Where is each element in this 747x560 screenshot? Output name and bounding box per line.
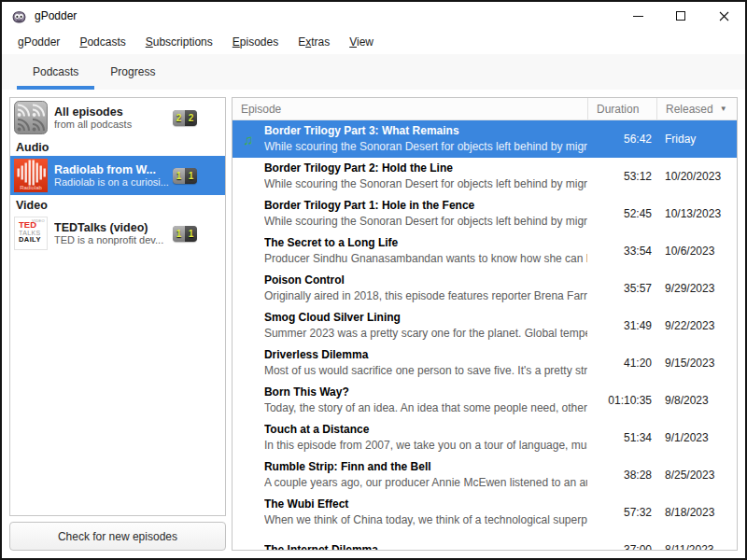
episode-description: Originally aired in 2018, this episode f… [264, 288, 587, 304]
episode-title: Rumble Strip: Finn and the Bell [264, 459, 587, 475]
podcast-subtitle: TED is a nonprofit dev... [54, 234, 169, 245]
menu-episodes[interactable]: Episodes [226, 32, 285, 52]
podcast-title: All episodes [54, 105, 169, 119]
menu-gpodder[interactable]: gPodder [11, 32, 66, 52]
episode-released: 10/6/2023 [656, 245, 737, 258]
episode-title: Poison Control [264, 273, 587, 288]
column-header-released-label: Released [666, 103, 713, 116]
episode-count-badge: 11 [173, 226, 197, 242]
menu-subscriptions[interactable]: Subscriptions [139, 32, 219, 52]
episode-description: While scouring the Sonoran Desert for ob… [264, 176, 587, 192]
podcast-subtitle: from all podcasts [54, 119, 169, 130]
menu-podcasts[interactable]: Podcasts [73, 32, 132, 52]
podcast-subtitle: Radiolab is on a curiosi... [54, 176, 169, 188]
podcast-text: All episodesfrom all podcasts [54, 105, 169, 130]
episode-duration: 01:10:35 [587, 394, 656, 407]
episode-description: A couple years ago, our producer Annie M… [264, 475, 587, 491]
episode-duration: 38:28 [587, 469, 656, 482]
episode-duration: 35:57 [587, 282, 656, 295]
episode-text: Smog Cloud Silver LiningSummer 2023 was … [264, 310, 587, 342]
episode-released: 9/15/2023 [656, 357, 737, 370]
menu-extras[interactable]: Extras [291, 32, 336, 52]
episode-row[interactable]: Poison ControlOriginally aired in 2018, … [233, 270, 737, 307]
episode-row[interactable]: Border Trilogy Part 1: Hole in the Fence… [233, 195, 737, 232]
check-for-new-episodes-button[interactable]: Check for new episodes [9, 522, 226, 551]
episode-title: The Internet Dilemma [264, 542, 587, 551]
menu-view[interactable]: View [343, 32, 380, 52]
episode-description: While scouring the Sonoran Desert for ob… [264, 214, 587, 230]
episode-text: The Internet Dilemma [264, 542, 587, 551]
episode-text: Border Trilogy Part 3: What RemainsWhile… [264, 123, 587, 155]
ted-icon-line: DAILY [19, 236, 47, 244]
episode-released: 9/8/2023 [656, 394, 737, 407]
episode-title: Born This Way? [264, 385, 587, 400]
episode-description: Most of us would sacrifice one person to… [264, 363, 587, 379]
episode-title: Border Trilogy Part 2: Hold the Line [264, 161, 587, 176]
sidebar-item-tedtalks-video[interactable]: VIDEOTEDTALKSDAILYTEDTalks (video)TED is… [10, 214, 225, 253]
tab-progress[interactable]: Progress [94, 54, 171, 90]
episode-text: Touch at a DistanceIn this episode from … [264, 422, 587, 454]
episode-text: The Wubi EffectWhen we think of China to… [264, 497, 587, 528]
episode-title: Driverless Dilemma [264, 347, 587, 363]
episode-text: Born This Way?Today, the story of an ide… [264, 385, 587, 416]
episode-row[interactable]: The Secret to a Long LifeProducer Sindhu… [233, 232, 737, 270]
episode-released: 8/11/2023 [656, 543, 737, 550]
episode-duration: 37:00 [587, 543, 656, 550]
episode-count-badge: 22 [173, 110, 197, 126]
episode-row[interactable]: Smog Cloud Silver LiningSummer 2023 was … [233, 307, 737, 344]
episode-released: Friday [656, 133, 737, 146]
episode-released: 9/22/2023 [656, 319, 737, 332]
downloaded-count: 1 [185, 226, 197, 242]
window-title: gPodder [35, 9, 77, 22]
episode-text: Rumble Strip: Finn and the BellA couple … [264, 459, 587, 491]
main-content: All episodesfrom all podcasts22AudioRadi… [2, 90, 745, 558]
episode-row[interactable]: Border Trilogy Part 2: Hold the LineWhil… [233, 158, 737, 195]
episode-text: The Secret to a Long LifeProducer Sindhu… [264, 235, 587, 267]
podcast-text: TEDTalks (video)TED is a nonprofit dev..… [54, 221, 169, 245]
sidebar-item-all-episodes[interactable]: All episodesfrom all podcasts22 [10, 98, 225, 137]
episode-title: The Wubi Effect [264, 497, 587, 512]
column-header-released[interactable]: Released ▼ [656, 98, 737, 119]
episode-duration: 52:45 [587, 207, 656, 220]
podcast-title: Radiolab from W... [54, 163, 169, 176]
column-header-episode[interactable]: Episode [233, 98, 587, 119]
episode-title: The Secret to a Long Life [264, 235, 587, 251]
podcast-text: Radiolab from W...Radiolab is on a curio… [54, 163, 169, 188]
episode-text: Border Trilogy Part 1: Hole in the Fence… [264, 198, 587, 230]
episode-row[interactable]: Born This Way?Today, the story of an ide… [233, 382, 737, 419]
episode-text: Driverless DilemmaMost of us would sacri… [264, 347, 587, 379]
episode-list-panel: Episode Duration Released ▼ ♫Border Tril… [232, 97, 738, 551]
maximize-button[interactable] [659, 2, 702, 30]
episode-row[interactable]: Driverless DilemmaMost of us would sacri… [233, 344, 737, 382]
episode-title: Touch at a Distance [264, 422, 587, 438]
episode-row[interactable]: ♫Border Trilogy Part 3: What RemainsWhil… [233, 120, 737, 158]
downloaded-count: 2 [185, 110, 197, 126]
minimize-button[interactable] [616, 2, 659, 30]
column-header-duration[interactable]: Duration [587, 98, 656, 119]
episode-description: Summer 2023 was a pretty scary one for t… [264, 326, 587, 342]
sidebar-section-audio: Audio [10, 137, 225, 156]
tab-bar: PodcastsProgress [2, 54, 745, 90]
radiolab-icon: Radiolab [14, 159, 48, 192]
episode-description: In this episode from 2007, we take you o… [264, 438, 587, 454]
close-button[interactable] [702, 2, 745, 30]
episode-duration: 53:12 [587, 170, 656, 183]
sidebar-item-radiolab-from-w[interactable]: RadiolabRadiolab from W...Radiolab is on… [10, 156, 225, 195]
episode-row[interactable]: Touch at a DistanceIn this episode from … [233, 419, 737, 456]
episode-released: 10/20/2023 [656, 170, 737, 183]
episode-row[interactable]: The Wubi EffectWhen we think of China to… [233, 494, 737, 531]
episode-row[interactable]: Rumble Strip: Finn and the BellA couple … [233, 456, 737, 494]
episode-duration: 41:20 [587, 357, 656, 370]
minimize-icon [633, 16, 643, 17]
episode-released: 9/1/2023 [656, 431, 737, 444]
radiolab-icon-text: Radiolab [14, 185, 48, 190]
close-icon [719, 11, 729, 21]
downloaded-count: 1 [185, 168, 197, 184]
maximize-icon [676, 11, 685, 21]
tab-podcasts[interactable]: Podcasts [17, 54, 94, 90]
episode-row[interactable]: The Internet Dilemma37:008/11/2023 [233, 531, 737, 550]
episode-duration: 31:49 [587, 319, 656, 332]
podcast-sidebar: All episodesfrom all podcasts22AudioRadi… [9, 97, 226, 551]
episode-description: Today, the story of an idea. An idea tha… [264, 400, 587, 416]
music-note-icon: ♫ [233, 132, 264, 147]
